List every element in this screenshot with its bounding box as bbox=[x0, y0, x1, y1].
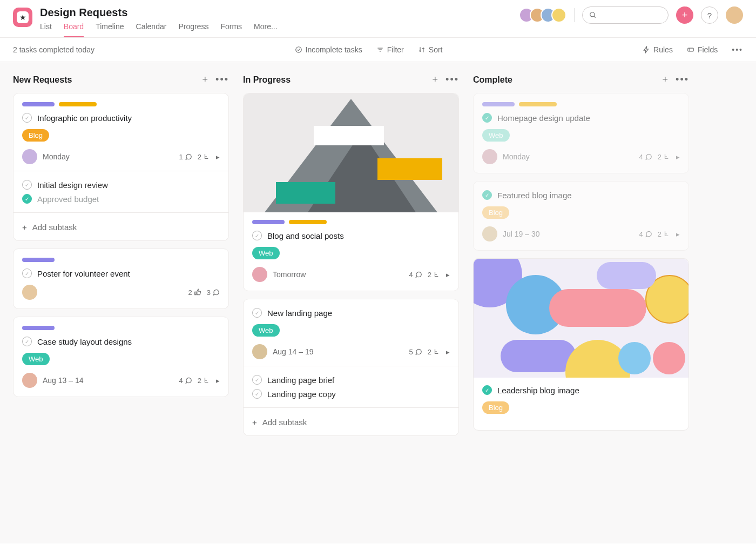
chevron-right-icon[interactable]: ▸ bbox=[446, 348, 450, 356]
assignee-avatar[interactable] bbox=[22, 285, 37, 300]
task-card[interactable]: Case study layout designs Web Aug 13 – 1… bbox=[13, 317, 229, 397]
chevron-right-icon[interactable]: ▸ bbox=[216, 377, 220, 385]
chevron-right-icon[interactable]: ▸ bbox=[676, 230, 680, 238]
add-task-button[interactable]: + bbox=[433, 74, 438, 85]
incomplete-filter[interactable]: Incomplete tasks bbox=[295, 45, 362, 54]
task-title: Leadership blog image bbox=[497, 386, 579, 395]
member-avatars[interactable] bbox=[519, 8, 566, 23]
assignee-avatar[interactable] bbox=[252, 267, 267, 282]
tab-more[interactable]: More... bbox=[254, 22, 278, 37]
tab-progress[interactable]: Progress bbox=[178, 22, 208, 37]
chevron-right-icon[interactable]: ▸ bbox=[676, 153, 680, 161]
task-card[interactable]: New landing page Web Aug 14 – 19 5 2 ▸ L… bbox=[243, 299, 459, 436]
tag-blog[interactable]: Blog bbox=[22, 129, 49, 142]
like-count[interactable]: 2 bbox=[188, 288, 201, 297]
assignee-avatar[interactable] bbox=[22, 149, 37, 164]
assignee-avatar[interactable] bbox=[482, 149, 497, 164]
assignee-avatar[interactable] bbox=[482, 226, 497, 241]
chevron-right-icon[interactable]: ▸ bbox=[216, 153, 220, 161]
tag-web[interactable]: Web bbox=[252, 247, 280, 259]
subtask-row[interactable]: Landing page brief bbox=[252, 373, 450, 387]
subtask-row[interactable]: Approved budget bbox=[22, 192, 220, 206]
due-date[interactable]: Aug 13 – 14 bbox=[43, 376, 84, 385]
tab-forms[interactable]: Forms bbox=[220, 22, 242, 37]
subtask-count[interactable]: 2 bbox=[428, 271, 441, 279]
comment-count[interactable]: 5 bbox=[409, 348, 422, 356]
due-date[interactable]: Tomorrow bbox=[273, 270, 306, 279]
complete-checkbox[interactable] bbox=[252, 375, 262, 385]
complete-checkbox[interactable] bbox=[252, 308, 262, 318]
add-subtask-button[interactable]: +Add subtask bbox=[22, 219, 220, 232]
column-menu[interactable]: ••• bbox=[676, 74, 689, 85]
avatar[interactable] bbox=[551, 8, 566, 23]
comment-count[interactable]: 1 bbox=[179, 153, 192, 161]
task-card[interactable]: Blog and social posts Web Tomorrow 4 2 ▸ bbox=[243, 93, 459, 291]
tag-web[interactable]: Web bbox=[482, 129, 510, 142]
more-menu[interactable]: ••• bbox=[732, 45, 743, 54]
assignee-avatar[interactable] bbox=[252, 344, 267, 359]
help-button[interactable]: ? bbox=[701, 6, 718, 24]
sort-button[interactable]: Sort bbox=[418, 45, 443, 54]
tab-calendar[interactable]: Calendar bbox=[136, 22, 167, 37]
comment-count[interactable]: 4 bbox=[639, 153, 652, 161]
complete-checkbox[interactable] bbox=[252, 389, 262, 399]
due-date[interactable]: Jul 19 – 30 bbox=[503, 230, 540, 238]
fields-button[interactable]: Fields bbox=[687, 45, 718, 54]
rules-button[interactable]: Rules bbox=[643, 45, 673, 54]
subtask-count[interactable]: 2 bbox=[198, 377, 211, 385]
comment-count[interactable]: 4 bbox=[179, 377, 192, 385]
add-task-button[interactable]: + bbox=[202, 74, 208, 85]
task-card[interactable]: Infographic on productivity Blog Monday … bbox=[13, 93, 229, 241]
complete-checkbox[interactable] bbox=[22, 180, 32, 190]
add-subtask-button[interactable]: +Add subtask bbox=[252, 414, 450, 427]
check-circle-icon bbox=[295, 46, 302, 53]
due-date[interactable]: Aug 14 – 19 bbox=[273, 347, 314, 356]
subtask-count[interactable]: 2 bbox=[198, 153, 211, 161]
tab-list[interactable]: List bbox=[40, 22, 52, 37]
svg-point-2 bbox=[295, 47, 301, 53]
custom-field-pill bbox=[22, 326, 55, 330]
tab-board[interactable]: Board bbox=[64, 22, 84, 37]
custom-field-pill bbox=[289, 220, 327, 224]
subtask-row[interactable]: Initial design review bbox=[22, 178, 220, 192]
filter-icon bbox=[376, 46, 384, 53]
complete-checkbox[interactable] bbox=[482, 190, 492, 200]
tag-blog[interactable]: Blog bbox=[482, 401, 509, 414]
due-date[interactable]: Monday bbox=[503, 152, 530, 161]
search-input[interactable] bbox=[582, 6, 669, 24]
subtask-title: Initial design review bbox=[37, 180, 108, 190]
assignee-avatar[interactable] bbox=[22, 373, 37, 388]
global-add-button[interactable]: + bbox=[676, 6, 693, 24]
subtask-count[interactable]: 2 bbox=[658, 153, 671, 161]
subtask-icon bbox=[433, 348, 441, 355]
task-card[interactable]: Homepage design update Web Monday 4 2 ▸ bbox=[473, 93, 689, 173]
comment-count[interactable]: 3 bbox=[207, 288, 220, 297]
subtask-row[interactable]: Landing page copy bbox=[252, 387, 450, 401]
chevron-right-icon[interactable]: ▸ bbox=[446, 271, 450, 279]
complete-checkbox[interactable] bbox=[22, 269, 32, 278]
current-user-avatar[interactable] bbox=[726, 6, 743, 24]
complete-checkbox[interactable] bbox=[252, 231, 262, 240]
due-date[interactable]: Monday bbox=[43, 152, 70, 161]
project-icon[interactable]: ★ bbox=[13, 8, 32, 27]
complete-checkbox[interactable] bbox=[22, 337, 32, 346]
comment-count[interactable]: 4 bbox=[409, 271, 422, 279]
task-card[interactable]: Poster for volunteer event 2 3 bbox=[13, 249, 229, 309]
subtask-count[interactable]: 2 bbox=[428, 348, 441, 356]
tag-web[interactable]: Web bbox=[22, 353, 50, 365]
complete-checkbox[interactable] bbox=[482, 113, 492, 123]
add-task-button[interactable]: + bbox=[663, 74, 669, 85]
tag-blog[interactable]: Blog bbox=[482, 206, 509, 219]
column-menu[interactable]: ••• bbox=[446, 74, 459, 85]
task-card[interactable]: Leadership blog image Blog bbox=[473, 258, 689, 431]
comment-count[interactable]: 4 bbox=[639, 230, 652, 238]
tab-timeline[interactable]: Timeline bbox=[96, 22, 124, 37]
filter-button[interactable]: Filter bbox=[376, 45, 404, 54]
subtask-count[interactable]: 2 bbox=[658, 230, 671, 238]
complete-checkbox[interactable] bbox=[22, 113, 32, 123]
column-menu[interactable]: ••• bbox=[215, 74, 229, 85]
tag-web[interactable]: Web bbox=[252, 324, 280, 337]
complete-checkbox[interactable] bbox=[482, 385, 492, 395]
complete-checkbox[interactable] bbox=[22, 194, 32, 204]
task-card[interactable]: Featured blog image Blog Jul 19 – 30 4 2… bbox=[473, 181, 689, 251]
